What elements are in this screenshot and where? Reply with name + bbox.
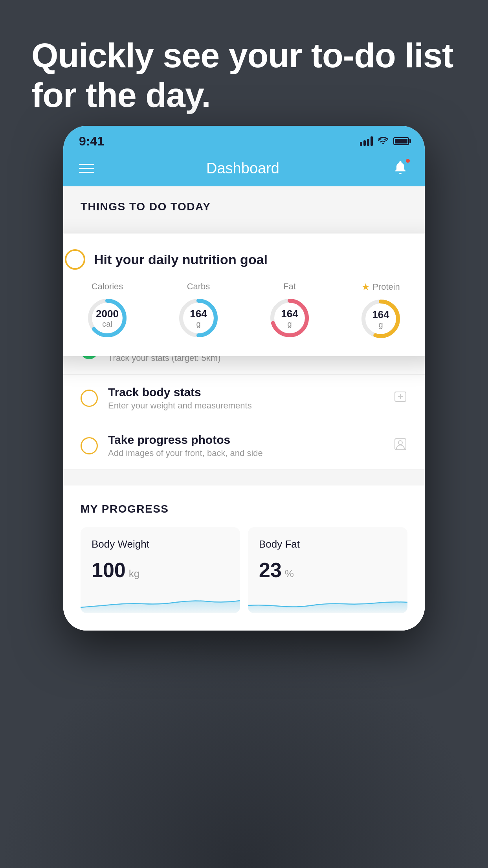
body-fat-card: Body Fat 23 % (248, 527, 407, 613)
nutrition-check-circle[interactable] (65, 249, 85, 270)
fat-unit: g (281, 319, 298, 328)
body-fat-value: 23 (259, 558, 282, 582)
progress-cards: Body Weight 100 kg (81, 527, 407, 631)
star-icon: ★ (361, 281, 370, 292)
nutrition-card: Hit your daily nutrition goal Calories (63, 234, 425, 356)
fat-value: 164 (281, 308, 298, 320)
fat-label: Fat (283, 281, 296, 292)
person-icon (393, 437, 407, 455)
carbs-ring: 164 g (177, 296, 220, 340)
fat-goal: Fat 164 g (268, 281, 311, 340)
protein-unit: g (372, 320, 389, 329)
body-fat-title: Body Fat (259, 538, 396, 550)
nav-title: Dashboard (206, 160, 279, 177)
body-weight-chart (81, 590, 240, 613)
svg-point-10 (398, 441, 402, 445)
battery-icon (393, 137, 409, 145)
todo-check-body-stats (81, 390, 98, 407)
phone-frame: 9:41 Dashboard (63, 126, 425, 631)
body-weight-card: Body Weight 100 kg (81, 527, 240, 613)
progress-heading: MY PROGRESS (81, 503, 407, 515)
calories-value: 2000 (96, 308, 119, 320)
phone-mockup: 9:41 Dashboard (63, 126, 425, 631)
todo-subtitle-photos: Add images of your front, back, and side (108, 448, 387, 458)
scale-icon (393, 390, 407, 407)
calories-goal: Calories 2000 cal (86, 281, 129, 340)
things-heading: THINGS TO DO TODAY (81, 200, 407, 213)
body-fat-value-row: 23 % (259, 558, 396, 582)
carbs-goal: Carbs 164 g (177, 281, 220, 340)
calories-unit: cal (96, 319, 119, 328)
menu-button[interactable] (79, 164, 94, 173)
signal-icon (360, 136, 373, 146)
body-fat-chart (248, 590, 407, 613)
todo-title-body-stats: Track body stats (108, 386, 387, 399)
fat-ring: 164 g (268, 296, 311, 340)
body-weight-value: 100 (92, 558, 126, 582)
status-icons (360, 136, 409, 147)
background-shadow (0, 632, 488, 868)
carbs-label: Carbs (187, 281, 210, 292)
hero-section: Quickly see your to-do list for the day. (31, 35, 457, 115)
body-fat-unit: % (285, 568, 294, 580)
body-weight-title: Body Weight (92, 538, 229, 550)
todo-content-body-stats: Track body stats Enter your weight and m… (108, 386, 387, 411)
notification-button[interactable] (392, 160, 409, 177)
navigation-bar: Dashboard (63, 153, 425, 186)
things-section: THINGS TO DO TODAY Hit your daily nutrit… (63, 186, 425, 213)
todo-subtitle-body-stats: Enter your weight and measurements (108, 401, 387, 411)
protein-ring: 164 g (359, 297, 402, 340)
wifi-icon (378, 136, 389, 147)
calories-label: Calories (92, 281, 123, 292)
nutrition-goals: Calories 2000 cal (65, 281, 423, 340)
calories-ring: 2000 cal (86, 296, 129, 340)
todo-content-photos: Take progress photos Add images of your … (108, 433, 387, 458)
todo-check-photos (81, 437, 98, 454)
todo-title-photos: Take progress photos (108, 433, 387, 447)
status-time: 9:41 (79, 134, 104, 149)
phone-content: THINGS TO DO TODAY Hit your daily nutrit… (63, 186, 425, 631)
body-weight-value-row: 100 kg (92, 558, 229, 582)
hero-title: Quickly see your to-do list for the day. (31, 35, 457, 115)
protein-goal: ★ Protein 164 g (359, 281, 402, 340)
card-header: Hit your daily nutrition goal (65, 249, 423, 270)
progress-section: MY PROGRESS Body Weight 100 kg (63, 485, 425, 631)
carbs-value: 164 (190, 308, 207, 320)
card-title: Hit your daily nutrition goal (94, 252, 268, 267)
protein-value: 164 (372, 309, 389, 320)
todo-item-body-stats[interactable]: Track body stats Enter your weight and m… (63, 375, 425, 422)
todo-item-photos[interactable]: Take progress photos Add images of your … (63, 422, 425, 470)
body-weight-unit: kg (129, 568, 139, 580)
protein-label: ★ Protein (361, 281, 400, 292)
status-bar: 9:41 (63, 126, 425, 153)
carbs-unit: g (190, 319, 207, 328)
notification-badge (405, 158, 411, 164)
